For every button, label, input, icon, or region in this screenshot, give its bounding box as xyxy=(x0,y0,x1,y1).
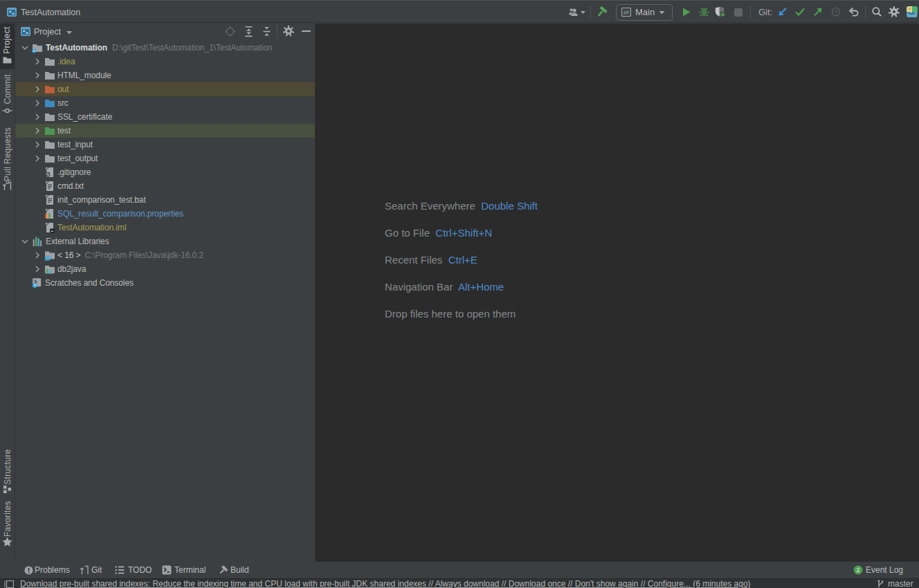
svg-text:2: 2 xyxy=(856,566,859,573)
